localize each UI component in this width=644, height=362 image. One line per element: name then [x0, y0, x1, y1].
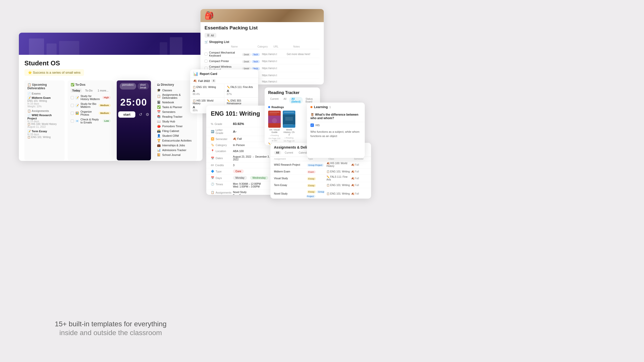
svg-rect-3 — [269, 114, 277, 114]
dir-item-tasks[interactable]: ✅Tasks & Planner — [157, 105, 194, 109]
dir-item-crm[interactable]: 👤Student CRM — [157, 134, 194, 138]
report-semester: 🍂 Fall 2022 4 — [190, 78, 258, 84]
student-os-body: Student OS ⭐ Success is a series of smal… — [19, 55, 203, 160]
todo-check-0[interactable] — [71, 96, 74, 99]
learning-check[interactable]: ✓ — [310, 123, 314, 127]
pomo-tag-active[interactable]: pomodoro — [120, 83, 136, 89]
pomo-tag-long[interactable]: long break — [150, 83, 151, 89]
report-icon: 📊 — [193, 71, 198, 76]
times-icon: 🕐 — [211, 183, 214, 186]
todo-check-3[interactable] — [71, 119, 74, 123]
learning-title: Learning — [314, 105, 328, 109]
credits-icon: ## — [211, 164, 214, 167]
semester-icon: 🔀 — [211, 137, 214, 141]
learning-answer: Who functions as a subject, while whom f… — [307, 128, 365, 140]
bottom-sub-text: inside and outside the classroom — [19, 329, 203, 337]
book-thumb-0[interactable] — [268, 111, 281, 128]
packing-banner: 🎒 — [200, 9, 324, 22]
eng101-location-row: 📍 Location ABA 100 — [206, 148, 279, 154]
pomodoro-timer: 25:00 — [120, 97, 148, 108]
learning-check-row: ✓ HIS — [307, 122, 365, 128]
pomodoro-col: pomodoro short break long break 25:00 st… — [117, 80, 151, 160]
asgn-filter-current[interactable]: Current — [283, 151, 295, 155]
rf-all[interactable]: All — [281, 97, 288, 104]
todos-col: ✅ To-Dos Today To-Do 1 more... 📝 Study f… — [68, 80, 114, 160]
dir-item-study[interactable]: 📖Study Hub — [157, 120, 194, 123]
student-os-card: Student OS ⭐ Success is a series of smal… — [19, 33, 203, 161]
report-title: Report Card — [200, 72, 217, 76]
pomodoro-controls: start ↺ ⚙ — [120, 111, 148, 118]
bottom-main-text: 15+ built-in templates for everything — [19, 319, 203, 329]
dir-item-extracurricular[interactable]: 🏆Extracurricular Activities — [157, 139, 194, 142]
dir-item-admissions[interactable]: 📊Admissions Tracker — [157, 148, 194, 152]
deliverables-col: 📋 Upcoming Deliverables 📄 Exams 📝 Midter… — [24, 80, 65, 160]
percent-icon: % — [211, 122, 213, 125]
asgn-row-0: WW2 Research Project Group Project 🍂 HIS… — [270, 161, 371, 168]
student-os-title: Student OS — [24, 59, 197, 67]
dir-item-semesters[interactable]: 📅Semesters — [157, 110, 194, 114]
letter-icon: 🔤 — [211, 130, 214, 133]
readings-dot — [268, 106, 270, 108]
svg-rect-9 — [285, 117, 293, 121]
tab-more[interactable]: 1 more... — [96, 88, 110, 93]
eng101-credits-row: ## Credits 3 — [206, 162, 279, 168]
shopping-list-label: 🛒 Shopping List — [205, 40, 320, 44]
asgn-row-4: Novel Study EssayGroup Project 📋 ENG 101… — [270, 188, 371, 199]
todos-header: ✅ To-Dos — [71, 83, 111, 86]
days-icon: 📅 — [211, 176, 214, 179]
pomodoro-content: pomodoro short break long break 25:00 st… — [117, 80, 151, 120]
tab-todo[interactable]: To-Do — [84, 88, 94, 93]
student-os-tagline: ⭐ Success is a series of small wins — [24, 69, 84, 76]
assignments-icon: 📋 — [211, 191, 214, 194]
pomo-tag-short[interactable]: short break — [138, 83, 149, 89]
student-os-sections: 📋 Upcoming Deliverables 📄 Exams 📝 Midter… — [24, 80, 197, 160]
asgn-row-3: Term Essay Essay 📋 ENG 101: Writing 🍂Fal… — [270, 182, 371, 188]
dir-item-assignments[interactable]: 📋Assignments & Deliverables — [157, 93, 194, 99]
dir-item-internships[interactable]: 💼Internships & Jobs — [157, 144, 194, 147]
packing-table-header: Name Category URL Notes — [205, 45, 320, 49]
report-header: 📊 Report Card — [190, 69, 258, 78]
todo-item-3: 📧 Check & Reply to Emails Low — [71, 118, 111, 124]
book-label-1: World History, Ch 3 — [283, 128, 295, 136]
rf-all-select[interactable]: All (Select) — [289, 97, 302, 104]
report-cell-1: ✏️ FALS 111: Fine Arts A 87% — [224, 84, 258, 97]
eng101-assignments-row: 📋 Assignments Novel Study Term Essay Fin… — [206, 190, 279, 195]
dir-item-reading[interactable]: 📚Reading Tracker — [157, 115, 194, 118]
book-0: Art: Visual Guide • Reading On Page 210 … — [268, 111, 281, 145]
deliverables-header: 📋 Upcoming Deliverables — [27, 83, 62, 90]
asgn-row-2: Visual Study Essay ✏️ FALS 111: Fine Art… — [270, 175, 371, 182]
dir-item-journal[interactable]: 📔School Journal — [157, 153, 194, 157]
directory-items: 🎓Classes 📋Assignments & Deliverables 📓No… — [157, 88, 194, 157]
eng101-type-row: 🔷 Type Core — [206, 168, 279, 175]
dir-item-notebook[interactable]: 📓Notebook — [157, 101, 194, 104]
todos-tabs[interactable]: Today To-Do 1 more... — [71, 88, 111, 93]
packing-filter-all[interactable]: ☰ All — [205, 33, 216, 38]
asgn2-item: 📝 Term Essay In 28 days 📋 ENG 101: Writi… — [27, 130, 62, 139]
todo-item-0: 📝 Study for History Midterm High — [71, 95, 111, 101]
dir-item-filing[interactable]: 🗃️Filing Cabinet — [157, 129, 194, 133]
directory-header: 🗂 Directory — [157, 83, 194, 86]
pomo-refresh-icon[interactable]: ↺ — [139, 112, 142, 117]
todo-item-2: 🖼️ Organize Photos Medium — [71, 110, 111, 116]
todo-check-1[interactable] — [71, 104, 74, 107]
pomo-start-button[interactable]: start — [118, 111, 135, 118]
book-thumb-1[interactable] — [283, 111, 295, 128]
asgn-filter-all[interactable]: All — [274, 151, 281, 155]
report-cell-0: 📋 ENG 101: Writing A 88.4% — [190, 84, 224, 97]
pomo-settings-icon[interactable]: ⚙ — [146, 112, 149, 117]
type-icon: 🔷 — [211, 170, 214, 173]
todo-check-2[interactable] — [71, 112, 74, 115]
svg-point-4 — [272, 118, 277, 123]
packing-row-0: Compact Mechanical Keyboard DeskTech htt… — [205, 50, 320, 58]
pomodoro-tags: pomodoro short break long break — [120, 83, 148, 89]
dir-item-pomodoro[interactable]: 🍅Pomodoro Timer — [157, 124, 194, 128]
svg-rect-7 — [284, 112, 294, 113]
asgn1-item: 📄 WW2 Research Project In 15 days 📋 HIS … — [27, 114, 62, 128]
svg-rect-8 — [284, 124, 293, 125]
rf-current[interactable]: Current — [268, 97, 280, 104]
todo-item-1: 📝 Study for Bio Midterm Medium — [71, 102, 111, 108]
svg-rect-2 — [269, 112, 279, 113]
dir-item-classes[interactable]: 🎓Classes — [157, 88, 194, 92]
tab-today[interactable]: Today — [71, 88, 82, 93]
learning-header: Learning 1 — [307, 103, 365, 111]
